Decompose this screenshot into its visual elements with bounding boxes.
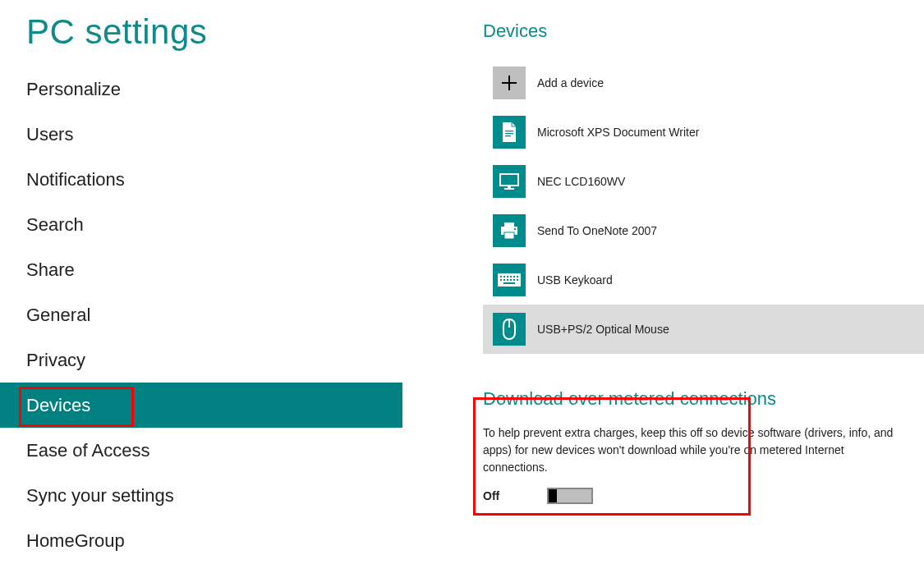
- svg-rect-19: [507, 279, 508, 281]
- sidebar-item-personalize[interactable]: Personalize: [0, 66, 402, 112]
- svg-point-9: [514, 228, 516, 230]
- printer-icon: [493, 214, 526, 247]
- sidebar-item-users[interactable]: Users: [0, 112, 402, 157]
- device-row[interactable]: Microsoft XPS Document Writer: [483, 108, 924, 157]
- svg-rect-21: [513, 279, 515, 281]
- sidebar-item-label: Sync your settings: [26, 485, 174, 507]
- keyboard-icon: [493, 264, 526, 296]
- sidebar-item-label: Privacy: [26, 350, 85, 371]
- device-list: Add a device Microsoft XPS Document Writ…: [483, 58, 924, 354]
- svg-rect-12: [503, 276, 505, 277]
- sidebar: PC settings Personalize Users Notificati…: [0, 0, 402, 564]
- device-label: Microsoft XPS Document Writer: [537, 126, 699, 139]
- svg-rect-18: [503, 279, 505, 281]
- device-label: USB Keykoard: [537, 273, 613, 287]
- sidebar-item-share[interactable]: Share: [0, 247, 402, 292]
- toggle-knob: [549, 489, 557, 502]
- device-row[interactable]: USB Keykoard: [483, 255, 924, 305]
- sidebar-item-search[interactable]: Search: [0, 202, 402, 247]
- device-label: Send To OneNote 2007: [537, 224, 657, 237]
- svg-rect-5: [504, 188, 514, 190]
- metered-section: Download over metered connections To hel…: [483, 388, 924, 504]
- sidebar-item-homegroup[interactable]: HomeGroup: [0, 518, 402, 563]
- svg-rect-1: [505, 133, 513, 134]
- document-icon: [493, 116, 526, 149]
- svg-rect-2: [505, 135, 511, 136]
- sidebar-item-label: Search: [26, 214, 84, 236]
- devices-section-title: Devices: [483, 21, 924, 42]
- sidebar-item-label: Share: [26, 259, 75, 281]
- svg-rect-16: [517, 276, 518, 277]
- svg-rect-11: [500, 276, 502, 277]
- sidebar-item-ease-of-access[interactable]: Ease of Access: [0, 428, 402, 473]
- svg-rect-17: [500, 279, 502, 281]
- svg-rect-14: [510, 276, 512, 277]
- device-row[interactable]: NEC LCD160WV: [483, 157, 924, 206]
- sidebar-item-sync-your-settings[interactable]: Sync your settings: [0, 473, 402, 518]
- monitor-icon: [493, 165, 526, 198]
- sidebar-item-general[interactable]: General: [0, 292, 402, 337]
- svg-rect-23: [503, 282, 515, 284]
- svg-rect-13: [507, 276, 508, 277]
- device-label: NEC LCD160WV: [537, 175, 625, 188]
- main-content: Devices Add a device Microsoft XPS Docum…: [402, 0, 924, 564]
- sidebar-item-label: Devices: [26, 395, 90, 416]
- sidebar-item-label: HomeGroup: [26, 530, 125, 552]
- sidebar-item-label: Personalize: [26, 79, 121, 100]
- svg-rect-8: [504, 232, 514, 239]
- sidebar-item-devices[interactable]: Devices: [0, 383, 402, 428]
- sidebar-item-notifications[interactable]: Notifications: [0, 157, 402, 202]
- svg-rect-20: [510, 279, 512, 281]
- metered-title: Download over metered connections: [483, 388, 908, 410]
- svg-rect-15: [513, 276, 515, 277]
- device-label: Add a device: [537, 76, 604, 89]
- sidebar-item-label: Users: [26, 124, 73, 145]
- page-title: PC settings: [0, 0, 402, 66]
- svg-rect-0: [505, 131, 513, 131]
- device-row[interactable]: Send To OneNote 2007: [483, 206, 924, 255]
- svg-rect-3: [500, 174, 518, 186]
- plus-icon: [493, 66, 526, 99]
- device-label: USB+PS/2 Optical Mouse: [537, 323, 669, 336]
- metered-toggle[interactable]: [547, 488, 593, 504]
- sidebar-item-label: Ease of Access: [26, 440, 149, 461]
- toggle-row: Off: [483, 488, 908, 504]
- svg-rect-4: [508, 186, 511, 188]
- device-row-selected[interactable]: USB+PS/2 Optical Mouse: [483, 305, 924, 354]
- svg-rect-6: [504, 222, 514, 227]
- metered-description: To help prevent extra charges, keep this…: [483, 424, 908, 476]
- sidebar-item-label: General: [26, 305, 90, 326]
- svg-rect-22: [517, 279, 518, 281]
- sidebar-item-label: Notifications: [26, 169, 125, 190]
- sidebar-item-privacy[interactable]: Privacy: [0, 337, 402, 383]
- mouse-icon: [493, 313, 526, 346]
- device-row-add[interactable]: Add a device: [483, 58, 924, 108]
- toggle-label: Off: [483, 489, 499, 502]
